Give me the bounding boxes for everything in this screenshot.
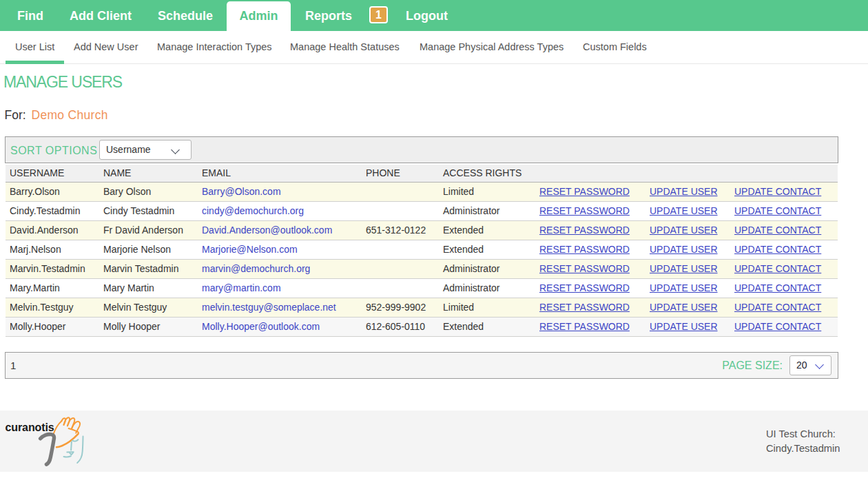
svg-text:curanotis: curanotis <box>6 422 54 433</box>
